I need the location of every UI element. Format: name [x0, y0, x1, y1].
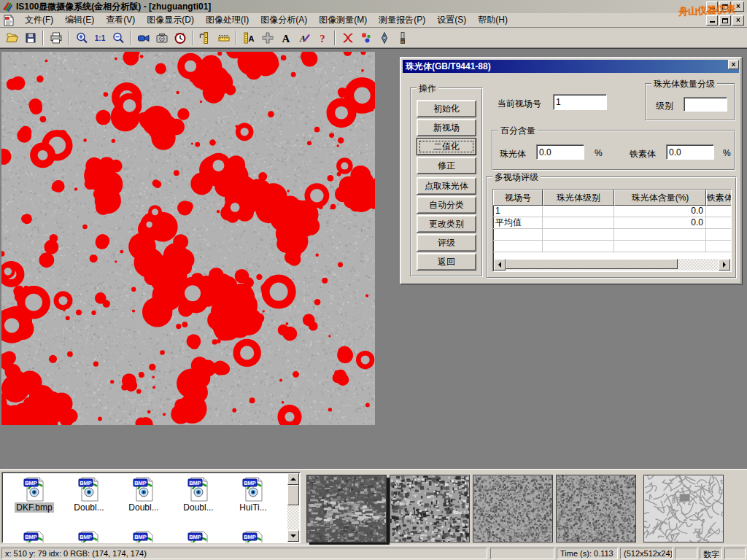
scroll-up-button[interactable]: [287, 473, 299, 485]
thumbnail-5[interactable]: [643, 475, 724, 542]
col-pearlite-grade[interactable]: 珠光体级别: [543, 190, 614, 206]
menu-file[interactable]: 文件(F): [19, 12, 59, 28]
file-item[interactable]: BMP: [117, 531, 170, 543]
table-row[interactable]: 平均值 0.0: [493, 217, 731, 229]
status-empty-2: [675, 548, 697, 559]
toolbar-separator: [68, 31, 69, 45]
scroll-track[interactable]: [506, 259, 719, 271]
timer-button[interactable]: [171, 29, 189, 47]
brush-tool-button[interactable]: [393, 29, 411, 47]
scroll-down-button[interactable]: [287, 530, 299, 542]
percent-group: 百分含量 珠光体 % 铁素体 %: [492, 130, 735, 171]
file-name[interactable]: HuiTi...: [238, 502, 268, 513]
table-row[interactable]: 1 0.0: [493, 206, 731, 217]
col-field-no[interactable]: 视场号: [493, 190, 543, 206]
pearlite-dialog: 珠光体(GB/T9441-88) × 操作 初始化 新视场 二值化 修正 点取珠…: [400, 57, 742, 284]
menu-edit[interactable]: 编辑(E): [59, 12, 100, 28]
file-item[interactable]: BMP: [8, 531, 61, 543]
change-class-button[interactable]: 更改类别: [417, 215, 476, 233]
svg-text:BMP: BMP: [189, 480, 201, 486]
grade-button[interactable]: 评级: [417, 234, 476, 252]
child-restore-button[interactable]: [719, 15, 731, 26]
dialog-close-button[interactable]: ×: [728, 60, 739, 69]
menu-settings[interactable]: 设置(S): [431, 12, 472, 28]
return-button[interactable]: 返回: [417, 253, 476, 271]
table-row[interactable]: [493, 229, 731, 241]
camera-capture-button[interactable]: [152, 29, 171, 47]
child-close-button[interactable]: ×: [732, 15, 744, 26]
file-name[interactable]: Doubl...: [72, 502, 105, 513]
annotate-button[interactable]: A: [295, 29, 313, 47]
grid-button[interactable]: [258, 29, 276, 47]
thumbnail-4[interactable]: [556, 475, 636, 542]
curve-tool-button[interactable]: [338, 29, 357, 47]
calibrate-button[interactable]: A: [240, 29, 258, 47]
bmp-file-icon: BMP: [133, 477, 155, 502]
menu-image-process[interactable]: 图像处理(I): [200, 12, 255, 28]
thumbnail-3[interactable]: [473, 475, 553, 542]
menu-measure-report[interactable]: 测量报告(P): [373, 12, 431, 28]
file-name[interactable]: Doubl...: [127, 502, 160, 513]
micrograph-image[interactable]: [1, 52, 375, 425]
pearlite-percent-input[interactable]: [536, 144, 584, 160]
save-button[interactable]: [21, 29, 39, 47]
caliper-measure-button[interactable]: [196, 29, 214, 47]
print-button[interactable]: [47, 29, 65, 47]
file-name[interactable]: Doubl...: [182, 502, 214, 513]
menu-image-analysis[interactable]: 图像分析(A): [255, 12, 313, 28]
file-item[interactable]: BMP Doubl...: [172, 477, 225, 513]
file-item[interactable]: BMP DKF.bmp: [8, 477, 61, 513]
video-capture-button[interactable]: [134, 29, 152, 47]
file-name[interactable]: DKF.bmp: [15, 502, 53, 513]
zoom-in-icon: [75, 31, 88, 44]
new-field-button[interactable]: 新视场: [417, 119, 476, 136]
file-list-panel[interactable]: BMP DKF.bmp BMP Doubl... BMP Doubl... BM…: [1, 472, 301, 543]
pen-tool-button[interactable]: [375, 29, 393, 47]
file-item[interactable]: BMP Doubl...: [63, 477, 115, 513]
menu-image-measure[interactable]: 图像测量(M): [313, 12, 373, 28]
init-button[interactable]: 初始化: [417, 100, 476, 117]
thumbnail-1[interactable]: [306, 475, 387, 542]
menu-view[interactable]: 查看(V): [100, 12, 141, 28]
file-item[interactable]: BMP: [63, 531, 115, 543]
open-button[interactable]: [3, 29, 21, 47]
scroll-thumb[interactable]: [287, 485, 299, 505]
pick-pearlite-button[interactable]: 点取珠光体: [417, 177, 476, 195]
ruler-measure-button[interactable]: [214, 29, 233, 47]
multi-field-table[interactable]: 视场号 珠光体级别 珠光体含量(%) 铁素体含量(%) 1 0.0 平均值 0.…: [492, 189, 732, 272]
grade-input[interactable]: [684, 97, 727, 112]
svg-text:BMP: BMP: [134, 534, 147, 540]
thumbnail-2[interactable]: [390, 475, 470, 542]
file-list-scrollbar[interactable]: [287, 473, 299, 542]
zoom-out-button[interactable]: [109, 29, 127, 47]
correct-button[interactable]: 修正: [417, 157, 476, 174]
dialog-title-bar[interactable]: 珠光体(GB/T9441-88): [403, 60, 739, 73]
bmp-file-icon: BMP: [23, 477, 45, 502]
menu-image-display[interactable]: 图像显示(D): [141, 12, 200, 28]
file-item[interactable]: BMP: [172, 531, 225, 543]
operation-group: 操作 初始化 新视场 二值化 修正 点取珠光体 自动分类 更改类别 评级 返回: [410, 88, 483, 277]
actual-size-button[interactable]: 1:1: [90, 29, 109, 47]
current-field-input[interactable]: [553, 94, 607, 110]
menu-help[interactable]: 帮助(H): [472, 12, 514, 28]
toolbar-separator: [236, 31, 237, 45]
help-button[interactable]: ?: [313, 29, 331, 47]
ferrite-percent-input[interactable]: [666, 144, 714, 160]
table-horizontal-scrollbar[interactable]: [494, 259, 730, 271]
pearlite-label: 珠光体: [500, 148, 526, 160]
file-item[interactable]: BMP: [227, 531, 279, 543]
scroll-right-button[interactable]: [719, 259, 730, 271]
file-item[interactable]: BMP Doubl...: [117, 477, 170, 513]
table-row[interactable]: [493, 241, 731, 252]
actual-size-icon: 1:1: [93, 31, 107, 44]
file-item[interactable]: BMP HuiTi...: [227, 477, 279, 513]
col-ferrite-content[interactable]: 铁素体含量(%): [706, 190, 732, 206]
classify-button[interactable]: [357, 29, 375, 47]
auto-classify-button[interactable]: 自动分类: [417, 196, 476, 214]
col-pearlite-content[interactable]: 珠光体含量(%): [614, 190, 706, 206]
zoom-in-button[interactable]: [72, 29, 90, 47]
text-button[interactable]: A: [276, 29, 295, 47]
binarize-button[interactable]: 二值化: [417, 138, 476, 155]
scroll-left-button[interactable]: [494, 259, 506, 271]
scroll-thumb[interactable]: [506, 259, 678, 269]
